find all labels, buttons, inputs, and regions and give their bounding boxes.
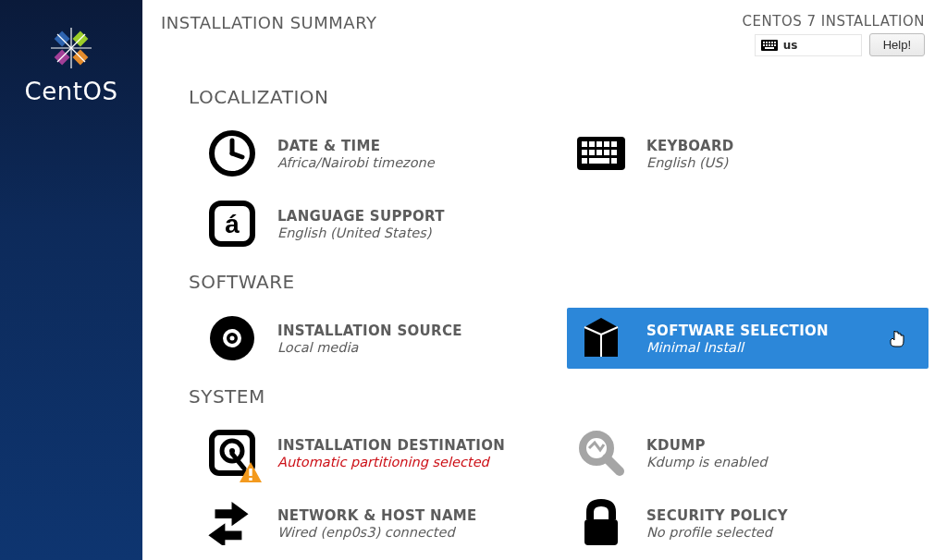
installer-name: CENTOS 7 INSTALLATION xyxy=(743,13,925,30)
svg-line-22 xyxy=(232,153,242,157)
section-system-title: SYSTEM xyxy=(189,385,929,408)
spoke-title: INSTALLATION SOURCE xyxy=(277,323,550,339)
svg-rect-18 xyxy=(774,44,776,46)
spoke-title: SOFTWARE SELECTION xyxy=(646,323,906,339)
svg-line-49 xyxy=(607,458,620,471)
spoke-status: Wired (enp0s3) connected xyxy=(277,525,550,540)
warning-icon xyxy=(239,461,263,483)
svg-rect-15 xyxy=(766,44,768,46)
svg-rect-34 xyxy=(582,158,587,164)
topbar: INSTALLATION SUMMARY CENTOS 7 INSTALLATI… xyxy=(157,0,929,79)
sidebar: CentOS xyxy=(0,0,142,560)
spoke-status: Minimal Install xyxy=(646,340,906,355)
spoke-date-time[interactable]: DATE & TIME Africa/Nairobi timezone xyxy=(198,123,560,184)
spoke-keyboard[interactable]: KEYBOARD English (US) xyxy=(567,123,929,184)
section-software-title: SOFTWARE xyxy=(189,271,929,293)
svg-rect-14 xyxy=(763,44,765,46)
page-title: INSTALLATION SUMMARY xyxy=(161,13,376,32)
svg-rect-28 xyxy=(611,141,617,147)
help-button[interactable]: Help! xyxy=(869,33,925,56)
svg-rect-46 xyxy=(249,469,252,476)
svg-rect-17 xyxy=(771,44,773,46)
language-icon: á xyxy=(207,199,257,249)
keyboard-layout-code: us xyxy=(783,39,798,52)
harddisk-icon xyxy=(207,428,257,478)
svg-rect-36 xyxy=(611,158,617,164)
spoke-security-policy[interactable]: SECURITY POLICY No profile selected xyxy=(567,493,929,554)
spoke-title: DATE & TIME xyxy=(277,138,550,154)
disc-icon xyxy=(207,313,257,363)
spoke-title: SECURITY POLICY xyxy=(646,507,919,524)
keyboard-icon xyxy=(576,128,626,178)
svg-rect-25 xyxy=(589,141,595,147)
svg-rect-29 xyxy=(582,150,587,155)
svg-rect-30 xyxy=(589,150,595,155)
svg-rect-31 xyxy=(596,150,602,155)
spoke-status: Automatic partitioning selected xyxy=(277,455,550,469)
svg-text:á: á xyxy=(225,210,240,238)
spoke-title: KEYBOARD xyxy=(646,138,919,154)
svg-rect-47 xyxy=(249,478,252,481)
spoke-status: English (US) xyxy=(646,155,919,170)
spoke-title: KDUMP xyxy=(646,437,919,454)
svg-rect-11 xyxy=(769,42,770,43)
spoke-language-support[interactable]: á LANGUAGE SUPPORT English (United State… xyxy=(198,193,560,254)
spoke-status: English (United States) xyxy=(277,225,550,240)
svg-rect-13 xyxy=(774,42,776,43)
svg-point-41 xyxy=(230,336,235,341)
lock-icon xyxy=(576,498,626,548)
svg-rect-50 xyxy=(584,519,618,545)
main-content: INSTALLATION SUMMARY CENTOS 7 INSTALLATI… xyxy=(142,0,947,560)
section-localization-title: LOCALIZATION xyxy=(189,86,929,108)
svg-rect-12 xyxy=(771,42,773,43)
svg-rect-9 xyxy=(763,42,765,43)
network-arrows-icon xyxy=(207,498,257,548)
spoke-title: LANGUAGE SUPPORT xyxy=(277,208,550,225)
svg-rect-24 xyxy=(582,141,587,147)
magnifier-icon xyxy=(576,428,626,478)
spoke-title: NETWORK & HOST NAME xyxy=(277,507,550,524)
package-icon xyxy=(576,313,626,363)
spoke-installation-destination[interactable]: INSTALLATION DESTINATION Automatic parti… xyxy=(198,422,560,483)
spoke-software-selection[interactable]: SOFTWARE SELECTION Minimal Install xyxy=(567,308,929,369)
spoke-status: No profile selected xyxy=(646,525,919,540)
keyboard-mini-icon xyxy=(761,40,778,51)
svg-rect-26 xyxy=(596,141,602,147)
svg-rect-16 xyxy=(769,44,770,46)
svg-rect-35 xyxy=(589,158,609,164)
spoke-network-hostname[interactable]: NETWORK & HOST NAME Wired (enp0s3) conne… xyxy=(198,493,560,554)
spoke-status: Local media xyxy=(277,340,550,355)
svg-rect-32 xyxy=(604,150,609,155)
spoke-kdump[interactable]: KDUMP Kdump is enabled xyxy=(567,422,929,483)
svg-rect-19 xyxy=(765,47,774,49)
clock-icon xyxy=(207,128,257,178)
svg-rect-10 xyxy=(766,42,768,43)
pointer-cursor-icon xyxy=(890,329,906,347)
spoke-status: Kdump is enabled xyxy=(646,455,919,469)
centos-logo-icon xyxy=(49,26,93,70)
keyboard-layout-indicator[interactable]: us xyxy=(755,34,862,56)
brand-name: CentOS xyxy=(25,78,118,105)
spoke-title: INSTALLATION DESTINATION xyxy=(277,437,550,454)
svg-rect-27 xyxy=(604,141,609,147)
spoke-installation-source[interactable]: INSTALLATION SOURCE Local media xyxy=(198,308,560,369)
svg-rect-33 xyxy=(611,150,617,155)
spoke-status: Africa/Nairobi timezone xyxy=(277,155,550,170)
